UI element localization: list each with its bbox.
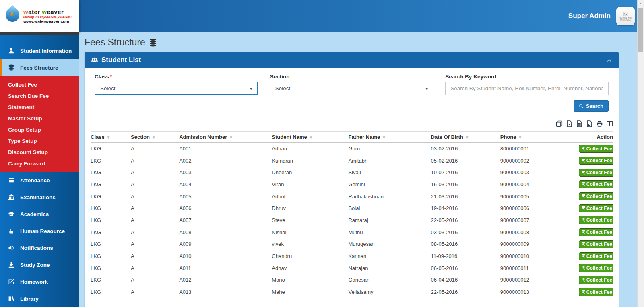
column-header-father-name[interactable]: Father Name xyxy=(348,132,431,143)
keyword-input[interactable] xyxy=(445,82,609,95)
brand-tagline: making the impossible, possible ! xyxy=(23,15,72,19)
cell-section: A xyxy=(131,250,179,262)
cell-student-name: Mano xyxy=(272,274,348,286)
sidebar-item-library[interactable]: Library xyxy=(0,290,79,307)
collect-fee-button[interactable]: ₹ Collect Fee xyxy=(579,180,613,188)
submenu-item-type-setup[interactable]: Type Setup xyxy=(0,135,79,146)
cell-action: ₹ Collect Fee xyxy=(579,226,613,238)
submenu-item-collect-fee[interactable]: Collect Fee xyxy=(0,79,79,90)
search-button[interactable]: Search xyxy=(574,100,609,112)
cell-class: LKG xyxy=(91,262,131,274)
column-header-admission-number[interactable]: Admission Number xyxy=(179,132,272,143)
sidebar-item-student-information[interactable]: Student Information xyxy=(0,42,79,59)
cell-student-name: Steve xyxy=(272,214,348,227)
submenu-item-carry-forward[interactable]: Carry Forward xyxy=(0,158,79,169)
table-row: LKG A A013 Mahe Vellaisamy 22-05-2016 90… xyxy=(91,286,613,298)
cell-student-name: Nishal xyxy=(272,226,348,238)
export-toolbar xyxy=(85,112,619,127)
collect-fee-button[interactable]: ₹ Collect Fee xyxy=(579,276,613,284)
cell-father-name: Murugesan xyxy=(348,238,431,250)
sidebar-item-notifications[interactable]: Notifications xyxy=(0,239,79,256)
cell-action: ₹ Collect Fee xyxy=(579,190,613,202)
sidebar-item-study-zone[interactable]: Study Zone xyxy=(0,256,79,273)
cell-action: ₹ Collect Fee xyxy=(579,274,613,286)
cell-class: LKG xyxy=(91,190,131,202)
submenu-item-discount-setup[interactable]: Discount Setup xyxy=(0,146,79,158)
print-button[interactable] xyxy=(596,120,603,127)
collect-fee-button[interactable]: ₹ Collect Fee xyxy=(579,264,613,272)
column-visibility-button[interactable] xyxy=(606,120,613,127)
cell-father-name: Vellaisamy xyxy=(348,286,431,298)
section-select[interactable]: Select xyxy=(270,82,433,95)
cell-date-of-birth: 22-05-2016 xyxy=(431,214,500,227)
cell-student-name: Viran xyxy=(272,179,348,191)
cell-class: LKG xyxy=(91,274,131,286)
collect-fee-button[interactable]: ₹ Collect Fee xyxy=(579,288,613,296)
column-header-phone[interactable]: Phone xyxy=(500,132,579,143)
cell-father-name: Radhakrishnan xyxy=(348,190,431,202)
collect-fee-button[interactable]: ₹ Collect Fee xyxy=(579,216,613,224)
fees-structure-submenu: Collect FeeSearch Due FeeStatementMaster… xyxy=(0,76,79,172)
collapse-panel-button[interactable] xyxy=(606,57,612,63)
cell-class: LKG xyxy=(91,202,131,214)
collect-fee-button[interactable]: ₹ Collect Fee xyxy=(579,228,613,236)
scroll-up-arrow-icon[interactable] xyxy=(638,0,644,6)
column-header-student-name[interactable]: Student Name xyxy=(272,132,348,143)
panel-title: Student List xyxy=(101,56,606,64)
sidebar-item-fees-structure[interactable]: Fees Structure xyxy=(0,59,79,76)
class-select[interactable]: Select xyxy=(95,82,258,95)
cell-father-name: Guru xyxy=(348,143,431,155)
brand-logo[interactable]: W water weaver making the impossible, po… xyxy=(0,0,79,32)
table-row: LKG A A004 Viran Gemini 16-03-2016 90000… xyxy=(91,179,613,191)
cell-student-name: Chandru xyxy=(272,250,348,262)
pdf-export-button[interactable] xyxy=(586,120,593,127)
database-icon xyxy=(8,64,14,71)
submenu-item-group-setup[interactable]: Group Setup xyxy=(0,124,79,135)
submenu-item-statement[interactable]: Statement xyxy=(0,101,79,113)
vertical-scrollbar[interactable] xyxy=(637,0,644,307)
sidebar-item-attendance[interactable]: Attendance xyxy=(0,172,79,189)
required-asterisk: * xyxy=(110,74,112,80)
collect-fee-button[interactable]: ₹ Collect Fee xyxy=(579,192,613,200)
collect-fee-button[interactable]: ₹ Collect Fee xyxy=(579,204,613,212)
sidebar-item-human-resource[interactable]: Human Resource xyxy=(0,223,79,239)
cell-student-name: Dheeran xyxy=(272,167,348,179)
submenu-item-master-setup[interactable]: Master Setup xyxy=(0,113,79,124)
csv-export-button[interactable] xyxy=(576,120,583,127)
sidebar-item-examinations[interactable]: Examinations xyxy=(0,189,79,206)
page-title: Fees Structure xyxy=(85,37,145,48)
cell-student-name: Adhav xyxy=(272,262,348,274)
cell-date-of-birth: 21-03-2016 xyxy=(431,190,500,202)
cell-date-of-birth: 10-02-2016 xyxy=(431,167,500,179)
avatar[interactable]: PICTURE NOT AVAILABLE xyxy=(616,7,635,25)
cell-admission-number: A008 xyxy=(179,226,272,238)
image-placeholder-icon xyxy=(623,12,628,16)
collect-fee-button[interactable]: ₹ Collect Fee xyxy=(579,252,613,260)
cell-admission-number: A007 xyxy=(179,214,272,227)
submenu-item-search-due-fee[interactable]: Search Due Fee xyxy=(0,90,79,101)
collect-fee-button[interactable]: ₹ Collect Fee xyxy=(579,169,613,177)
cell-class: LKG xyxy=(91,155,131,167)
sidebar-item-homework[interactable]: Homework xyxy=(0,273,79,290)
cell-father-name: Gemini xyxy=(348,179,431,191)
printer-icon xyxy=(596,120,603,127)
collect-fee-button[interactable]: ₹ Collect Fee xyxy=(579,145,613,153)
sidebar-item-academics[interactable]: Academics xyxy=(0,206,79,223)
cell-date-of-birth: 06-05-2016 xyxy=(431,262,500,274)
speaker-icon xyxy=(8,245,14,251)
scrollbar-thumb[interactable] xyxy=(638,8,643,52)
user-name[interactable]: Super Admin xyxy=(568,12,611,20)
column-header-date-of-birth[interactable]: Date Of Birth xyxy=(431,132,500,143)
collect-fee-button[interactable]: ₹ Collect Fee xyxy=(579,157,613,165)
copy-button[interactable] xyxy=(555,120,563,127)
excel-export-button[interactable] xyxy=(566,120,573,127)
brand-name: water weaver xyxy=(23,8,72,15)
collect-fee-button[interactable]: ₹ Collect Fee xyxy=(579,240,613,248)
table-row: LKG A A007 Steve Ramaraj 22-05-2016 9000… xyxy=(91,214,613,227)
database-icon xyxy=(149,39,157,47)
column-header-section[interactable]: Section xyxy=(131,132,179,143)
cell-phone: 9000000002 xyxy=(500,155,579,167)
column-header-class[interactable]: Class xyxy=(91,132,131,143)
cell-section: A xyxy=(131,143,179,155)
cell-date-of-birth: 11-09-2016 xyxy=(431,250,500,262)
